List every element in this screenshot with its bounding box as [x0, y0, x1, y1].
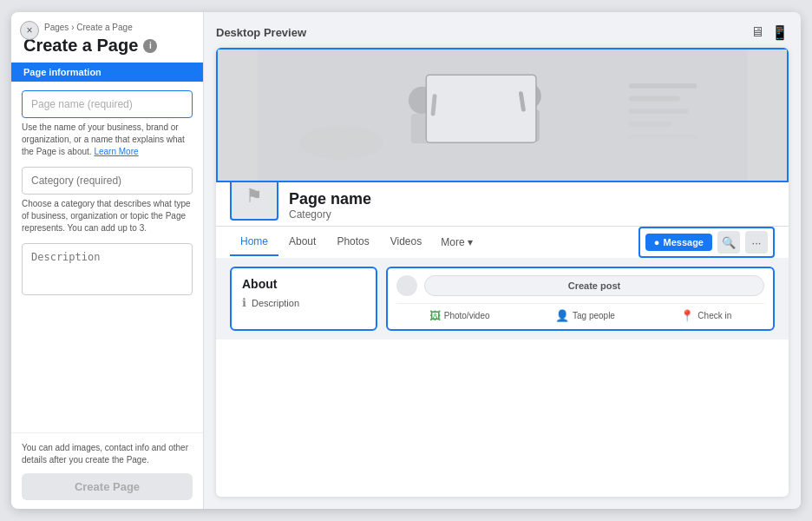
page-category-display: Category [289, 208, 775, 221]
svg-line-6 [433, 96, 435, 114]
create-post-input[interactable]: Create post [424, 275, 764, 296]
svg-rect-8 [629, 83, 697, 89]
page-name-display: Page name [289, 190, 775, 208]
post-avatar [396, 275, 417, 296]
profile-row: ⚑ Page name Category [230, 182, 775, 226]
mobile-icon[interactable]: 📱 [771, 24, 789, 41]
check-in-icon: 📍 [680, 309, 694, 322]
page-name-input[interactable] [22, 90, 193, 118]
device-icons: 🖥 📱 [750, 24, 789, 41]
post-input-row: Create post [396, 275, 764, 296]
more-nav-button[interactable]: ··· [745, 231, 768, 254]
preview-header: Desktop Preview 🖥 📱 [216, 24, 789, 41]
tag-people-icon: 👤 [555, 309, 569, 322]
nav-tab-videos[interactable]: Videos [380, 228, 432, 256]
check-in-action[interactable]: 📍 Check in [680, 309, 731, 322]
photo-video-icon: 🖼 [429, 309, 441, 322]
about-box: About ℹ Description [230, 267, 377, 331]
description-input[interactable] [22, 243, 193, 295]
form-area: Use the name of your business, brand or … [11, 82, 203, 432]
category-input[interactable] [22, 167, 193, 195]
svg-point-13 [299, 126, 383, 160]
page-title: Create a Page i [11, 34, 203, 63]
message-button[interactable]: ● Message [645, 234, 712, 251]
breadcrumb: Pages › Create a Page [11, 12, 203, 34]
cover-image [216, 48, 789, 182]
nav-actions: ● Message 🔍 ··· [638, 227, 775, 258]
svg-rect-5 [426, 75, 536, 142]
svg-rect-11 [629, 122, 671, 127]
learn-more-link[interactable]: Learn More [94, 147, 138, 156]
panel-footer: You can add images, contact info and oth… [11, 432, 203, 509]
create-post-box: Create post 🖼 Photo/video 👤 Tag people 📍 [386, 267, 775, 331]
content-area: About ℹ Description Create post 🖼 [216, 258, 789, 340]
preview-browser: ⚑ Page name Category Home About Photos V… [216, 48, 789, 497]
svg-rect-12 [629, 134, 697, 139]
avatar-icon: ⚑ [246, 185, 263, 208]
close-button[interactable]: × [20, 21, 39, 40]
left-panel: × Pages › Create a Page Create a Page i … [11, 12, 204, 509]
tag-people-action[interactable]: 👤 Tag people [555, 309, 615, 322]
about-info-icon: ℹ [242, 296, 246, 309]
desktop-icon[interactable]: 🖥 [750, 24, 764, 41]
profile-section: ⚑ Page name Category [216, 182, 789, 226]
footer-hint: You can add images, contact info and oth… [22, 442, 193, 466]
section-label: Page information [11, 63, 203, 82]
about-description: Description [252, 298, 299, 308]
search-nav-button[interactable]: 🔍 [717, 231, 740, 254]
info-icon[interactable]: i [143, 39, 157, 53]
photo-video-action[interactable]: 🖼 Photo/video [429, 309, 490, 322]
post-actions: 🖼 Photo/video 👤 Tag people 📍 Check in [396, 303, 764, 322]
nav-tab-about[interactable]: About [278, 228, 326, 256]
nav-tab-home[interactable]: Home [230, 228, 278, 256]
nav-tab-more[interactable]: More ▾ [432, 228, 481, 256]
create-page-button[interactable]: Create Page [22, 473, 193, 500]
right-panel: Desktop Preview 🖥 📱 [204, 12, 801, 509]
preview-label: Desktop Preview [216, 26, 306, 39]
category-hint: Choose a category that describes what ty… [22, 198, 193, 234]
nav-tabs: Home About Photos Videos More ▾ [230, 228, 481, 256]
message-icon: ● [654, 237, 660, 247]
profile-info: Page name Category [289, 190, 775, 221]
svg-rect-10 [629, 109, 688, 114]
svg-line-7 [521, 94, 523, 110]
svg-rect-9 [629, 96, 679, 102]
main-window: × Pages › Create a Page Create a Page i … [11, 12, 801, 509]
about-title: About [242, 277, 365, 291]
nav-tab-photos[interactable]: Photos [326, 228, 379, 256]
page-name-hint: Use the name of your business, brand or … [22, 122, 193, 158]
page-nav: Home About Photos Videos More ▾ ● Messag… [216, 226, 789, 258]
about-desc-row: ℹ Description [242, 296, 365, 309]
